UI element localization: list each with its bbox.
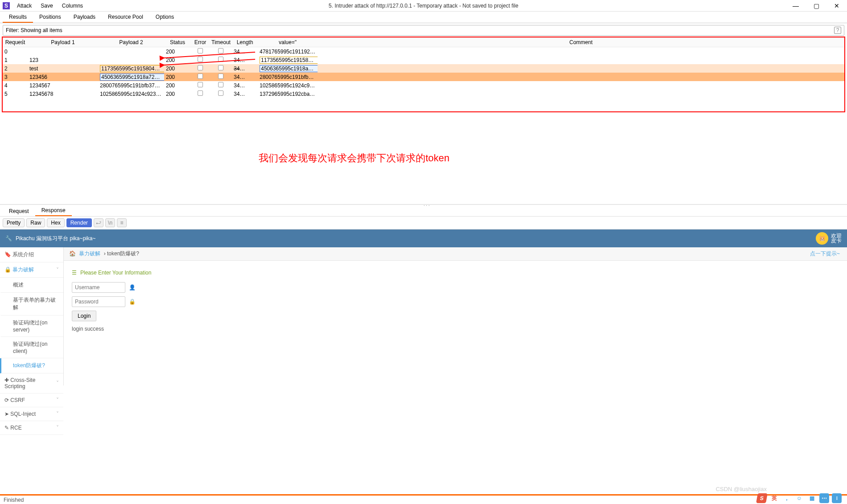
- col-payload1[interactable]: Payload 1: [28, 38, 98, 47]
- annotation-arrow: [161, 58, 260, 67]
- ime-comma-icon[interactable]: ，: [782, 493, 792, 503]
- timeout-checkbox: [218, 90, 223, 96]
- maximize-button[interactable]: ▢: [806, 2, 826, 9]
- table-row[interactable]: 0200348484781765995c1911921...: [3, 47, 844, 56]
- side-csrf[interactable]: ⟳ CSRF˅: [0, 393, 63, 407]
- side-intro[interactable]: 🔖 系统介绍: [0, 247, 63, 262]
- tab-options[interactable]: Options: [149, 12, 180, 23]
- view-toolbar: Pretty Raw Hex Render ⮐ \n ≡: [0, 217, 847, 229]
- view-hex[interactable]: Hex: [47, 218, 64, 227]
- ime-smile-icon[interactable]: ☺: [794, 493, 804, 503]
- results-table-annotation-box: Request˄ Payload 1 Payload 2 Status Erro…: [2, 37, 845, 112]
- welcome-text: 欢迎皮卡: [831, 234, 842, 243]
- menu-save[interactable]: Save: [36, 3, 57, 9]
- avatar: 🐹: [816, 232, 828, 245]
- annotation-arrow: [161, 50, 260, 59]
- ime-lang[interactable]: 英: [769, 493, 779, 503]
- col-status[interactable]: Status: [164, 38, 191, 47]
- render-viewport: 🔧 Pikachu 漏洞练习平台 pika~pika~ 🐹 欢迎皮卡 🔖 系统介…: [0, 229, 847, 385]
- splitter[interactable]: [0, 204, 847, 205]
- side-rce[interactable]: ✎ RCE˅: [0, 421, 63, 435]
- minimize-button[interactable]: —: [785, 2, 806, 9]
- view-raw[interactable]: Raw: [26, 218, 45, 227]
- table-header-row: Request˄ Payload 1 Payload 2 Status Erro…: [3, 38, 844, 47]
- col-payload2[interactable]: Payload 2: [98, 38, 164, 47]
- window-title: 5. Intruder attack of http://127.0.0.1 -…: [329, 3, 518, 9]
- view-pretty[interactable]: Pretty: [3, 218, 25, 227]
- linewrap-icon[interactable]: ⮐: [94, 218, 103, 227]
- ime-more-icon[interactable]: ፧: [832, 493, 842, 503]
- side-xss[interactable]: ✚ Cross-Site Scripting˅: [0, 373, 63, 393]
- pikachu-header: 🔧 Pikachu 漏洞练习平台 pika~pika~ 🐹 欢迎皮卡: [0, 229, 847, 247]
- hint-link[interactable]: 点一下提示~: [810, 250, 840, 258]
- tab-request[interactable]: Request: [3, 206, 35, 216]
- filter-text: Filter: Showing all items: [6, 27, 62, 33]
- col-error[interactable]: Error: [191, 38, 210, 47]
- status-text: Finished: [4, 497, 24, 503]
- sidebar: 🔖 系统介绍 🔒 暴力破解˅ 概述 基于表单的暴力破解 验证码绕过(on ser…: [0, 247, 64, 385]
- ime-s-icon[interactable]: S: [756, 493, 768, 503]
- form-title: ☰ Please Enter Your Information: [72, 270, 839, 276]
- ime-menu-icon[interactable]: ⋯: [819, 493, 829, 503]
- password-input[interactable]: [72, 296, 125, 307]
- tab-results[interactable]: Results: [3, 12, 33, 23]
- side-sub-token[interactable]: token防爆破?: [0, 358, 63, 373]
- timeout-checkbox: [218, 82, 223, 87]
- tab-positions[interactable]: Positions: [33, 12, 67, 23]
- table-row[interactable]: 31234564506365995c1918a7278407...2003484…: [3, 73, 844, 81]
- username-input[interactable]: [72, 282, 125, 293]
- menu-columns[interactable]: Columns: [58, 3, 87, 9]
- col-comment[interactable]: Comment: [318, 38, 844, 47]
- watermark: CSDN @liushaojiax: [716, 486, 767, 492]
- table-row[interactable]: 1123200348241173565995c1915804...: [3, 56, 844, 64]
- side-sqli[interactable]: ➤ SQL-Inject˅: [0, 407, 63, 421]
- side-sub-form[interactable]: 基于表单的暴力破解: [0, 293, 63, 316]
- error-checkbox: [198, 74, 203, 79]
- svg-line-1: [164, 59, 255, 65]
- main-tabs: Results Positions Payloads Resource Pool…: [0, 12, 847, 23]
- user-icon: 👤: [129, 284, 134, 291]
- crumb-token: token防爆破?: [107, 250, 139, 257]
- side-sub-captcha-client[interactable]: 验证码绕过(on client): [0, 337, 63, 358]
- tab-resource-pool[interactable]: Resource Pool: [102, 12, 149, 23]
- error-checkbox: [198, 82, 203, 87]
- bars-icon: ☰: [72, 270, 77, 276]
- filter-bar[interactable]: Filter: Showing all items ?: [3, 25, 844, 36]
- tab-payloads[interactable]: Payloads: [67, 12, 102, 23]
- app-logo: S: [3, 2, 10, 9]
- menu-attack[interactable]: Attack: [12, 3, 36, 9]
- login-button[interactable]: Login: [72, 311, 96, 321]
- timeout-checkbox: [218, 74, 223, 79]
- results-table: Request˄ Payload 1 Payload 2 Status Erro…: [3, 37, 844, 98]
- ime-bar: S 英 ， ☺ ▦ ⋯ ፧: [757, 493, 842, 503]
- wrench-icon: 🔧: [5, 235, 12, 242]
- col-timeout[interactable]: Timeout: [210, 38, 232, 47]
- table-row[interactable]: 2test1173565995c19158043337б...200348694…: [3, 64, 844, 73]
- col-length[interactable]: Length: [232, 38, 258, 47]
- main-content: 🏠 暴力破解 › token防爆破? 点一下提示~ ☰ Please Enter…: [64, 247, 847, 385]
- crumb-brute[interactable]: 暴力破解: [79, 250, 100, 257]
- filter-help-icon[interactable]: ?: [834, 27, 841, 34]
- statusbar: Finished: [0, 494, 847, 504]
- col-request[interactable]: Request˄: [3, 38, 28, 47]
- hamburger-icon[interactable]: ≡: [117, 218, 127, 227]
- close-button[interactable]: ✕: [826, 2, 847, 9]
- side-sub-captcha-server[interactable]: 验证码绕过(on server): [0, 316, 63, 337]
- svg-line-0: [164, 52, 255, 58]
- view-render[interactable]: Render: [66, 218, 92, 227]
- col-value[interactable]: value=": [258, 38, 318, 47]
- titlebar: S Attack Save Columns 5. Intruder attack…: [0, 0, 847, 12]
- side-brute[interactable]: 🔒 暴力破解˅: [0, 262, 63, 278]
- annotation-text: 我们会发现每次请求会携带下次请求的token: [259, 152, 450, 165]
- home-icon[interactable]: 🏠: [69, 250, 76, 257]
- menu-bar: Attack Save Columns: [12, 3, 87, 9]
- ime-grid-icon[interactable]: ▦: [807, 493, 817, 503]
- side-sub-overview[interactable]: 概述: [0, 278, 63, 293]
- login-message: login success: [72, 326, 839, 332]
- table-row[interactable]: 412345672800765995c191bfb373135...200348…: [3, 81, 844, 90]
- table-row[interactable]: 5123456781025865995c1924c9230653...20034…: [3, 90, 844, 98]
- brand-text: Pikachu 漏洞练习平台 pika~pika~: [16, 235, 95, 242]
- newline-icon[interactable]: \n: [105, 218, 115, 227]
- lock-icon: 🔒: [129, 299, 134, 305]
- tab-response[interactable]: Response: [35, 205, 72, 216]
